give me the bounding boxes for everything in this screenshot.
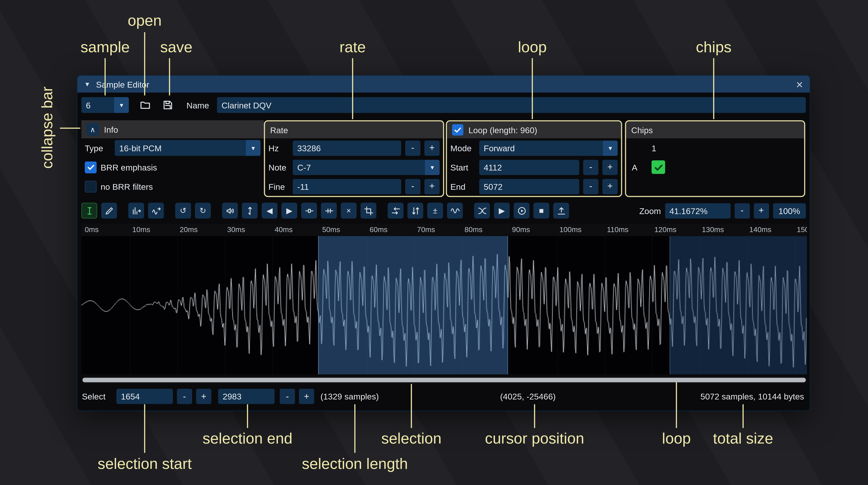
annotation-line-cursor-position	[534, 405, 535, 428]
reverse-button[interactable]	[388, 203, 403, 219]
titlebar[interactable]: ▼ Sample Editor ×	[78, 76, 810, 93]
chevron-down-icon[interactable]: ▼	[114, 97, 129, 113]
crossfade-loop-button[interactable]	[474, 203, 490, 219]
desktop-background: open sample save rate loop chips collaps…	[0, 0, 868, 485]
chevron-down-icon[interactable]: ▼	[603, 140, 618, 156]
play-from-cursor-icon	[517, 206, 526, 215]
fade-in-button[interactable]: ◀	[261, 203, 277, 219]
annotation-line-collapse-bar	[60, 128, 80, 129]
invert-button[interactable]	[407, 203, 423, 219]
scrollbar-thumb[interactable]	[83, 378, 806, 382]
loop-start-input[interactable]	[479, 160, 579, 175]
chip-count-row: 1	[626, 138, 804, 158]
selection-region[interactable]	[318, 236, 508, 374]
brr-emphasis-checkbox[interactable]	[85, 161, 96, 173]
timeline-label: 0ms	[85, 225, 99, 234]
hz-increase-button[interactable]: +	[425, 140, 440, 156]
insert-silence-button[interactable]	[301, 203, 317, 219]
import-sample-button[interactable]	[553, 203, 569, 219]
no-brr-filters-checkbox[interactable]	[85, 181, 96, 192]
redo-button[interactable]: ↻	[195, 203, 211, 219]
loop-enable-checkbox[interactable]	[452, 124, 463, 135]
collapse-bar-button[interactable]: ∧	[87, 123, 99, 136]
chevron-down-icon[interactable]: ▼	[246, 140, 260, 156]
preview-sample-icon: ▶	[499, 206, 505, 215]
stop-preview-button[interactable]: ■	[533, 203, 549, 219]
selection-start-input[interactable]	[117, 389, 173, 404]
zoom-in-button[interactable]: +	[753, 203, 769, 218]
resize-icon	[131, 206, 141, 215]
chip-a-checkbox[interactable]	[652, 160, 665, 174]
fade-out-button[interactable]: ▶	[281, 203, 297, 219]
loop-region[interactable]	[670, 236, 807, 374]
annotation-loop: loop	[518, 39, 547, 56]
zoom-out-button[interactable]: -	[734, 203, 750, 218]
selection-start-decrease-button[interactable]: -	[177, 389, 192, 404]
normalize-button[interactable]	[242, 203, 258, 219]
loop-end-decrease-button[interactable]: -	[583, 179, 598, 194]
selection-end-input[interactable]	[218, 389, 275, 404]
sample-selector[interactable]: 6 ▼	[82, 97, 129, 113]
timeline-label: 50ms	[322, 225, 340, 234]
name-input[interactable]	[217, 97, 806, 113]
loop-end-input[interactable]	[479, 179, 579, 194]
fine-decrease-button[interactable]: -	[405, 179, 421, 194]
draw-mode-button[interactable]	[101, 203, 117, 219]
delete-button[interactable]: ×	[341, 203, 356, 219]
timeline-label: 70ms	[417, 225, 435, 234]
annotation-selection-length: selection length	[302, 455, 408, 473]
timeline-ruler[interactable]: 0ms10ms20ms30ms40ms50ms60ms70ms80ms90ms1…	[82, 224, 807, 236]
reverse-icon	[391, 206, 400, 215]
selection-end-decrease-button[interactable]: -	[280, 389, 295, 404]
undo-button[interactable]: ↺	[175, 203, 191, 219]
trim-button[interactable]	[361, 203, 376, 219]
loop-end-increase-button[interactable]: +	[602, 179, 618, 194]
name-label: Name	[186, 100, 209, 110]
save-button[interactable]	[159, 97, 176, 113]
hz-decrease-button[interactable]: -	[405, 140, 421, 156]
chevron-down-icon[interactable]: ▼	[425, 160, 440, 175]
delete-icon: ×	[346, 206, 351, 215]
window-collapse-icon[interactable]: ▼	[84, 80, 90, 88]
apply-filter-button[interactable]	[447, 203, 463, 219]
selection-start-increase-button[interactable]: +	[196, 389, 212, 404]
no-brr-filters-label: no BRR filters	[100, 182, 153, 191]
loop-mode-select[interactable]: Forward ▼	[479, 140, 618, 156]
select-mode-button[interactable]	[82, 203, 97, 219]
fine-input[interactable]	[293, 179, 401, 194]
fade-in-icon: ◀	[267, 206, 273, 215]
horizontal-scrollbar[interactable]	[82, 377, 807, 383]
sample-type-select[interactable]: 16-bit PCM ▼	[115, 140, 260, 156]
timeline-label: 60ms	[370, 225, 388, 234]
apply-silence-icon	[324, 206, 334, 215]
close-icon[interactable]: ×	[796, 78, 803, 90]
sample-editor-window: ▼ Sample Editor × 6 ▼ Name ∧ I	[77, 75, 810, 411]
undo-icon: ↺	[180, 206, 186, 215]
annotation-line-selection	[411, 384, 412, 428]
waveform-view[interactable]	[82, 236, 807, 374]
apply-silence-button[interactable]	[321, 203, 337, 219]
resample-button[interactable]	[148, 203, 164, 219]
fine-increase-button[interactable]: +	[425, 179, 440, 194]
annotation-loop-region: loop	[662, 430, 691, 448]
note-select[interactable]: C-7 ▼	[293, 160, 439, 175]
zoom-reset-button[interactable]: 100%	[773, 203, 806, 218]
timeline-label: 20ms	[180, 225, 198, 234]
preview-sample-button[interactable]: ▶	[494, 203, 510, 219]
hz-input[interactable]	[293, 140, 401, 156]
signed-unsigned-button[interactable]: ±	[427, 203, 443, 219]
annotation-line-loop	[532, 58, 533, 119]
open-button[interactable]	[137, 97, 154, 113]
annotation-total-size: total size	[713, 430, 773, 448]
hz-row: Hz - +	[265, 138, 443, 158]
loop-start-increase-button[interactable]: +	[602, 160, 618, 175]
loop-start-decrease-button[interactable]: -	[583, 160, 598, 175]
selection-length-text: (1329 samples)	[320, 391, 379, 401]
amplify-button[interactable]	[222, 203, 238, 219]
play-from-cursor-button[interactable]	[514, 203, 529, 219]
selection-end-increase-button[interactable]: +	[299, 389, 314, 404]
zoom-input[interactable]	[665, 203, 731, 218]
rate-section-header: Rate	[265, 122, 443, 138]
check-icon	[653, 162, 664, 172]
resize-button[interactable]	[128, 203, 144, 219]
